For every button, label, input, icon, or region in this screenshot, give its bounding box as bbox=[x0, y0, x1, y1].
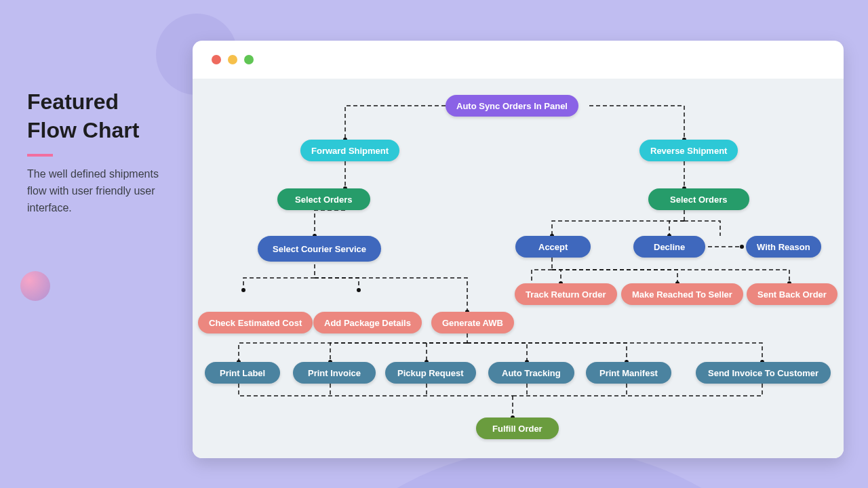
minimize-icon[interactable] bbox=[228, 55, 237, 64]
svg-point-5 bbox=[241, 288, 245, 292]
node-sent-back: Sent Back Order bbox=[747, 283, 837, 305]
node-with-reason: With Reason bbox=[746, 236, 821, 258]
window-titlebar bbox=[193, 41, 844, 79]
node-send-invoice: Send Invoice To Customer bbox=[696, 362, 831, 384]
node-auto-sync: Auto Sync Orders In Panel bbox=[446, 95, 578, 117]
decorative-circle-small bbox=[20, 271, 50, 301]
node-check-cost: Check Estimated Cost bbox=[198, 312, 313, 333]
browser-window: Auto Sync Orders In Panel Forward Shipme… bbox=[193, 41, 844, 458]
close-icon[interactable] bbox=[212, 55, 221, 64]
flowchart-canvas: Auto Sync Orders In Panel Forward Shipme… bbox=[193, 79, 844, 458]
title-line1: Featured bbox=[27, 89, 119, 114]
page-title: Featured Flow Chart bbox=[27, 88, 170, 144]
node-pickup-request: Pickup Request bbox=[385, 362, 476, 384]
node-forward-shipment: Forward Shipment bbox=[300, 140, 399, 161]
node-print-label: Print Label bbox=[205, 362, 280, 384]
accent-bar bbox=[27, 154, 53, 157]
node-select-orders-rev: Select Orders bbox=[648, 188, 749, 210]
node-make-reached: Make Reached To Seller bbox=[621, 283, 743, 305]
page-description: The well defined shipments flow with use… bbox=[27, 166, 170, 216]
node-select-courier: Select Courier Service bbox=[258, 236, 381, 262]
node-fulfill-order: Fulfill Order bbox=[476, 418, 559, 439]
svg-point-17 bbox=[740, 245, 744, 249]
maximize-icon[interactable] bbox=[244, 55, 254, 64]
sidebar: Featured Flow Chart The well defined shi… bbox=[27, 88, 170, 217]
node-print-manifest: Print Manifest bbox=[586, 362, 671, 384]
title-line2: Flow Chart bbox=[27, 118, 139, 142]
node-track-return: Track Return Order bbox=[515, 283, 617, 305]
svg-point-6 bbox=[357, 288, 361, 292]
node-decline: Decline bbox=[633, 236, 705, 258]
node-reverse-shipment: Reverse Shipment bbox=[639, 140, 738, 161]
node-select-orders-fwd: Select Orders bbox=[277, 188, 370, 210]
node-generate-awb: Generate AWB bbox=[431, 312, 514, 333]
node-add-package: Add Package Details bbox=[313, 312, 422, 333]
connectors bbox=[193, 79, 844, 458]
node-auto-tracking: Auto Tracking bbox=[488, 362, 574, 384]
node-print-invoice: Print Invoice bbox=[293, 362, 376, 384]
node-accept: Accept bbox=[515, 236, 591, 258]
